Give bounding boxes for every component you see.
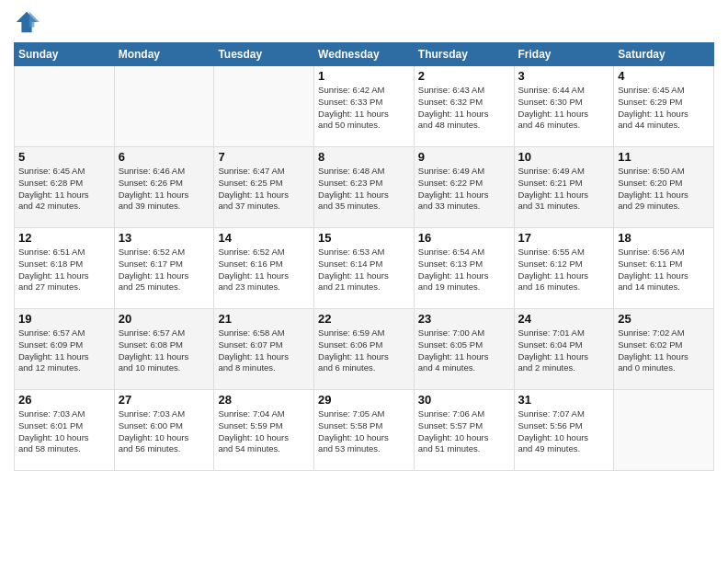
day-info: Sunrise: 7:00 AM Sunset: 6:05 PM Dayligh… xyxy=(418,327,510,374)
calendar-cell: 27Sunrise: 7:03 AM Sunset: 6:00 PM Dayli… xyxy=(114,390,214,471)
weekday-sunday: Sunday xyxy=(15,43,115,66)
day-number: 8 xyxy=(318,150,410,164)
calendar-cell: 12Sunrise: 6:51 AM Sunset: 6:18 PM Dayli… xyxy=(15,228,115,309)
page-container: SundayMondayTuesdayWednesdayThursdayFrid… xyxy=(0,0,728,476)
day-number: 16 xyxy=(418,231,510,245)
day-number: 5 xyxy=(18,150,110,164)
day-info: Sunrise: 6:55 AM Sunset: 6:12 PM Dayligh… xyxy=(518,247,610,293)
calendar-cell: 8Sunrise: 6:48 AM Sunset: 6:23 PM Daylig… xyxy=(314,147,415,228)
calendar-cell: 10Sunrise: 6:49 AM Sunset: 6:21 PM Dayli… xyxy=(514,147,614,228)
calendar-cell xyxy=(214,66,314,147)
day-number: 12 xyxy=(18,231,110,245)
calendar-table: SundayMondayTuesdayWednesdayThursdayFrid… xyxy=(14,42,714,471)
day-info: Sunrise: 7:06 AM Sunset: 5:57 PM Dayligh… xyxy=(418,408,510,455)
weekday-header-row: SundayMondayTuesdayWednesdayThursdayFrid… xyxy=(15,43,714,66)
day-info: Sunrise: 6:57 AM Sunset: 6:09 PM Dayligh… xyxy=(18,327,110,374)
calendar-cell: 3Sunrise: 6:44 AM Sunset: 6:30 PM Daylig… xyxy=(514,66,614,147)
weekday-tuesday: Tuesday xyxy=(214,43,314,66)
day-info: Sunrise: 6:52 AM Sunset: 6:17 PM Dayligh… xyxy=(119,247,210,293)
calendar-cell: 21Sunrise: 6:58 AM Sunset: 6:07 PM Dayli… xyxy=(214,309,314,390)
calendar-cell: 1Sunrise: 6:42 AM Sunset: 6:33 PM Daylig… xyxy=(314,66,415,147)
calendar-cell: 13Sunrise: 6:52 AM Sunset: 6:17 PM Dayli… xyxy=(114,228,214,309)
calendar-cell xyxy=(614,390,714,471)
day-number: 2 xyxy=(418,69,510,83)
day-info: Sunrise: 6:45 AM Sunset: 6:28 PM Dayligh… xyxy=(18,166,110,213)
day-info: Sunrise: 6:59 AM Sunset: 6:06 PM Dayligh… xyxy=(318,327,410,374)
day-number: 28 xyxy=(218,393,310,407)
day-info: Sunrise: 6:49 AM Sunset: 6:22 PM Dayligh… xyxy=(418,166,510,213)
calendar-cell: 28Sunrise: 7:04 AM Sunset: 5:59 PM Dayli… xyxy=(214,390,314,471)
day-info: Sunrise: 7:03 AM Sunset: 6:00 PM Dayligh… xyxy=(119,408,210,455)
calendar-cell xyxy=(114,66,214,147)
day-info: Sunrise: 6:57 AM Sunset: 6:08 PM Dayligh… xyxy=(119,327,210,374)
day-number: 6 xyxy=(119,150,210,164)
day-number: 9 xyxy=(418,150,510,164)
day-info: Sunrise: 6:53 AM Sunset: 6:14 PM Dayligh… xyxy=(318,247,410,293)
day-info: Sunrise: 6:42 AM Sunset: 6:33 PM Dayligh… xyxy=(318,85,410,132)
day-info: Sunrise: 7:07 AM Sunset: 5:56 PM Dayligh… xyxy=(518,408,610,455)
calendar-cell: 23Sunrise: 7:00 AM Sunset: 6:05 PM Dayli… xyxy=(414,309,514,390)
day-number: 10 xyxy=(518,150,610,164)
day-info: Sunrise: 6:50 AM Sunset: 6:20 PM Dayligh… xyxy=(618,166,710,213)
calendar-cell: 19Sunrise: 6:57 AM Sunset: 6:09 PM Dayli… xyxy=(15,309,115,390)
logo-icon xyxy=(14,9,40,35)
weekday-wednesday: Wednesday xyxy=(314,43,415,66)
day-number: 14 xyxy=(218,231,310,245)
calendar-cell: 25Sunrise: 7:02 AM Sunset: 6:02 PM Dayli… xyxy=(614,309,714,390)
day-info: Sunrise: 6:48 AM Sunset: 6:23 PM Dayligh… xyxy=(318,166,410,213)
day-number: 7 xyxy=(218,150,310,164)
calendar-cell: 22Sunrise: 6:59 AM Sunset: 6:06 PM Dayli… xyxy=(314,309,415,390)
weekday-friday: Friday xyxy=(514,43,614,66)
day-number: 19 xyxy=(18,312,110,326)
day-info: Sunrise: 6:45 AM Sunset: 6:29 PM Dayligh… xyxy=(618,85,710,132)
calendar-cell: 30Sunrise: 7:06 AM Sunset: 5:57 PM Dayli… xyxy=(414,390,514,471)
calendar-cell: 16Sunrise: 6:54 AM Sunset: 6:13 PM Dayli… xyxy=(414,228,514,309)
calendar-cell: 5Sunrise: 6:45 AM Sunset: 6:28 PM Daylig… xyxy=(15,147,115,228)
day-info: Sunrise: 6:47 AM Sunset: 6:25 PM Dayligh… xyxy=(218,166,310,213)
header xyxy=(14,9,714,35)
calendar-cell: 14Sunrise: 6:52 AM Sunset: 6:16 PM Dayli… xyxy=(214,228,314,309)
calendar-cell: 11Sunrise: 6:50 AM Sunset: 6:20 PM Dayli… xyxy=(614,147,714,228)
week-row-1: 1Sunrise: 6:42 AM Sunset: 6:33 PM Daylig… xyxy=(15,66,714,147)
day-number: 1 xyxy=(318,69,410,83)
day-number: 18 xyxy=(618,231,710,245)
day-number: 13 xyxy=(119,231,210,245)
day-number: 29 xyxy=(318,393,410,407)
calendar-cell: 29Sunrise: 7:05 AM Sunset: 5:58 PM Dayli… xyxy=(314,390,415,471)
calendar-cell: 18Sunrise: 6:56 AM Sunset: 6:11 PM Dayli… xyxy=(614,228,714,309)
day-info: Sunrise: 6:58 AM Sunset: 6:07 PM Dayligh… xyxy=(218,327,310,374)
weekday-monday: Monday xyxy=(114,43,214,66)
day-info: Sunrise: 6:46 AM Sunset: 6:26 PM Dayligh… xyxy=(119,166,210,213)
svg-marker-1 xyxy=(29,12,40,28)
calendar-cell: 6Sunrise: 6:46 AM Sunset: 6:26 PM Daylig… xyxy=(114,147,214,228)
day-number: 22 xyxy=(318,312,410,326)
day-number: 4 xyxy=(618,69,710,83)
day-number: 31 xyxy=(518,393,610,407)
day-info: Sunrise: 6:52 AM Sunset: 6:16 PM Dayligh… xyxy=(218,247,310,293)
day-number: 11 xyxy=(618,150,710,164)
calendar-cell: 4Sunrise: 6:45 AM Sunset: 6:29 PM Daylig… xyxy=(614,66,714,147)
day-number: 30 xyxy=(418,393,510,407)
calendar-cell xyxy=(15,66,115,147)
calendar-cell: 7Sunrise: 6:47 AM Sunset: 6:25 PM Daylig… xyxy=(214,147,314,228)
day-info: Sunrise: 7:02 AM Sunset: 6:02 PM Dayligh… xyxy=(618,327,710,374)
day-number: 15 xyxy=(318,231,410,245)
day-number: 20 xyxy=(119,312,210,326)
calendar-cell: 31Sunrise: 7:07 AM Sunset: 5:56 PM Dayli… xyxy=(514,390,614,471)
logo xyxy=(14,9,43,35)
calendar-cell: 17Sunrise: 6:55 AM Sunset: 6:12 PM Dayli… xyxy=(514,228,614,309)
day-number: 17 xyxy=(518,231,610,245)
day-info: Sunrise: 7:04 AM Sunset: 5:59 PM Dayligh… xyxy=(218,408,310,455)
weekday-thursday: Thursday xyxy=(414,43,514,66)
day-number: 21 xyxy=(218,312,310,326)
day-info: Sunrise: 7:03 AM Sunset: 6:01 PM Dayligh… xyxy=(18,408,110,455)
day-info: Sunrise: 7:05 AM Sunset: 5:58 PM Dayligh… xyxy=(318,408,410,455)
day-number: 25 xyxy=(618,312,710,326)
calendar-cell: 15Sunrise: 6:53 AM Sunset: 6:14 PM Dayli… xyxy=(314,228,415,309)
day-info: Sunrise: 6:56 AM Sunset: 6:11 PM Dayligh… xyxy=(618,247,710,293)
calendar-cell: 20Sunrise: 6:57 AM Sunset: 6:08 PM Dayli… xyxy=(114,309,214,390)
calendar-cell: 2Sunrise: 6:43 AM Sunset: 6:32 PM Daylig… xyxy=(414,66,514,147)
calendar-cell: 9Sunrise: 6:49 AM Sunset: 6:22 PM Daylig… xyxy=(414,147,514,228)
calendar-cell: 26Sunrise: 7:03 AM Sunset: 6:01 PM Dayli… xyxy=(15,390,115,471)
day-info: Sunrise: 6:49 AM Sunset: 6:21 PM Dayligh… xyxy=(518,166,610,213)
